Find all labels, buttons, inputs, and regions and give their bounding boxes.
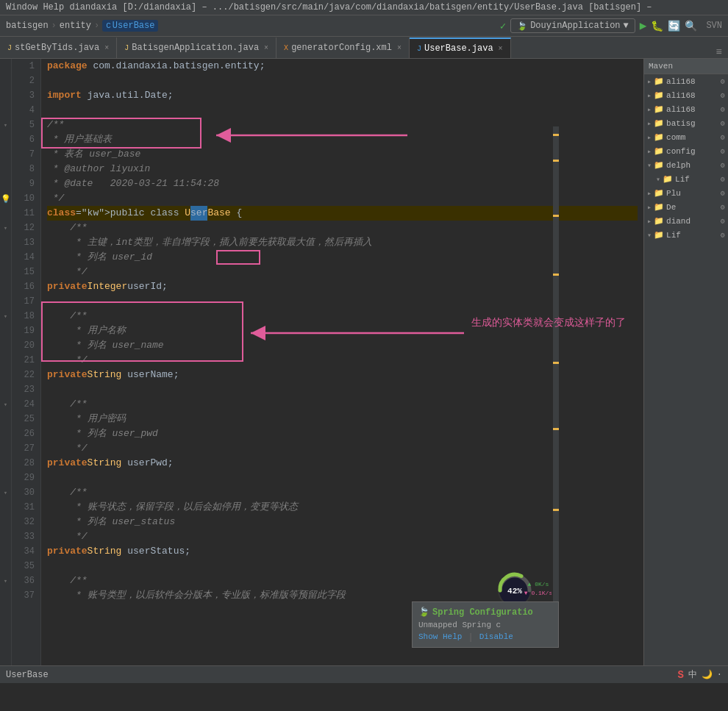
gear-icon-5[interactable]: ⚙: [721, 147, 725, 156]
gutter-cell-1: [0, 59, 11, 74]
tab-bar: J stGetByTids.java × J BatisgenApplicati…: [0, 37, 728, 59]
line-number-23: 23: [18, 382, 35, 397]
line-number-5: 5: [18, 118, 35, 132]
gear-icon-10[interactable]: ⚙: [721, 217, 725, 226]
title-text: Window Help diandaxia [D:/diandaxia] – .…: [6, 2, 652, 12]
svg-text:▲ 0K/s: ▲ 0K/s: [528, 581, 549, 587]
tab-generatorconfig[interactable]: X generatorConfig.xml ×: [276, 37, 410, 58]
profile-button[interactable]: 🔍: [685, 20, 697, 32]
spring-help-link[interactable]: Show Help: [418, 632, 462, 643]
gear-icon-3[interactable]: ⚙: [721, 119, 725, 128]
line-number-6: 6: [18, 132, 35, 147]
folder-icon-2: 📁: [654, 104, 664, 114]
sidebar-item-11[interactable]: ▾📁Lif⚙: [644, 228, 728, 242]
gear-icon-6[interactable]: ⚙: [721, 161, 725, 170]
maven-header[interactable]: Maven: [644, 59, 728, 74]
run-config-dropdown[interactable]: ▼: [624, 21, 629, 31]
sidebar-item-1[interactable]: ▸📁ali168⚙: [644, 88, 728, 102]
gutter-cell-5: ▾: [0, 118, 11, 132]
folder-icon-11: 📁: [654, 230, 664, 240]
sidebar-item-6[interactable]: ▾📁delph⚙: [644, 158, 728, 172]
status-icon-s: S: [677, 669, 683, 681]
line-number-33: 33: [18, 529, 35, 544]
svg-text:42%: 42%: [507, 587, 522, 596]
lightbulb-icon[interactable]: 💡: [1, 194, 11, 204]
sidebar-label-10: diand: [666, 217, 690, 226]
gutter-cell-8: [0, 162, 11, 176]
gutter-cell-21: [0, 353, 11, 368]
tab-close-2[interactable]: ×: [264, 44, 268, 52]
tab-close-1[interactable]: ×: [104, 44, 109, 52]
play-button[interactable]: ▶: [640, 18, 647, 33]
gear-icon-9[interactable]: ⚙: [721, 203, 725, 212]
line-number-36: 36: [18, 574, 35, 588]
tab-label-4: UserBase.java: [424, 43, 493, 54]
gear-icon-2[interactable]: ⚙: [721, 105, 725, 114]
sidebar-arrow-2: ▸: [647, 105, 652, 114]
gear-icon-1[interactable]: ⚙: [721, 91, 725, 100]
folder-icon-6: 📁: [654, 160, 664, 170]
svg-text:▼ 0.1K/s: ▼ 0.1K/s: [524, 590, 552, 596]
tab-userbase[interactable]: J UserBase.java ×: [410, 37, 511, 58]
tab-label-1: stGetByTids.java: [15, 43, 99, 53]
scroll-mark-0: [553, 134, 559, 136]
sidebar-item-10[interactable]: ▸📁diand⚙: [644, 214, 728, 228]
line-number-34: 34: [18, 544, 35, 559]
breadcrumb-item-3[interactable]: CUserBase: [102, 20, 158, 32]
coverage-button[interactable]: 🔄: [668, 20, 680, 32]
status-bar: UserBase S 中 🌙 ·: [0, 665, 728, 683]
folder-icon-10: 📁: [654, 216, 664, 226]
breadcrumb-item-1[interactable]: batisgen: [6, 21, 49, 31]
tab-more-button[interactable]: ≡: [710, 46, 728, 58]
sidebar-label-1: ali168: [666, 91, 696, 100]
gear-icon-0[interactable]: ⚙: [721, 77, 725, 86]
folder-icon-8: 📁: [654, 188, 664, 198]
code-line-7: * 表名 user_base: [47, 147, 638, 162]
tab-icon-4: J: [417, 45, 421, 53]
gutter-cell-9: [0, 176, 11, 191]
sidebar-item-7[interactable]: ▾📁Lif⚙: [644, 172, 728, 186]
tab-icon-1: J: [7, 44, 12, 52]
spring-disable-link[interactable]: Disable: [479, 632, 513, 643]
line-number-4: 4: [18, 103, 35, 118]
breadcrumb-sep-1: ›: [51, 21, 57, 31]
sidebar-arrow-1: ▸: [647, 91, 652, 100]
debug-button[interactable]: 🐛: [651, 20, 663, 32]
line-number-32: 32: [18, 515, 35, 529]
breadcrumb-item-2[interactable]: entity: [60, 21, 91, 31]
line-number-26: 26: [18, 426, 35, 441]
sidebar-item-4[interactable]: ▸📁comm⚙: [644, 130, 728, 144]
code-line-25: * 用户密码: [47, 412, 638, 426]
line-number-21: 21: [18, 353, 35, 368]
sidebar-item-0[interactable]: ▸📁ali168⚙: [644, 74, 728, 88]
sidebar-item-9[interactable]: ▸📁De⚙: [644, 200, 728, 214]
sidebar-arrow-9: ▸: [647, 203, 652, 212]
tab-close-4[interactable]: ×: [499, 45, 503, 53]
line-number-22: 22: [18, 368, 35, 382]
code-line-10: */: [47, 191, 638, 206]
sidebar-item-2[interactable]: ▸📁ali168⚙: [644, 102, 728, 116]
sidebar-item-8[interactable]: ▸📁Plu⚙: [644, 186, 728, 200]
gear-icon-7[interactable]: ⚙: [721, 175, 725, 184]
sidebar-item-3[interactable]: ▸📁batisg⚙: [644, 116, 728, 130]
sidebar-item-5[interactable]: ▸📁config⚙: [644, 144, 728, 158]
gear-icon-11[interactable]: ⚙: [721, 231, 725, 240]
spring-popup-title: 🍃 Spring Configuratio: [418, 607, 552, 618]
code-line-1: package com.diandaxia.batisgen.entity;: [47, 59, 638, 74]
code-line-13: * 主键，int类型，非自增字段，插入前要先获取最大值，然后再插入: [47, 235, 638, 250]
line-number-2: 2: [18, 74, 35, 88]
code-line-8: * @author liyuxin: [47, 162, 638, 176]
run-config[interactable]: 🍃 DouyinApplication ▼: [510, 18, 635, 33]
editor: ▾💡▾▾▾▾▾ 12345678910111213141516171819202…: [0, 59, 643, 665]
code-line-12: /**: [47, 221, 638, 235]
gear-icon-4[interactable]: ⚙: [721, 133, 725, 142]
folder-icon-7: 📁: [663, 174, 673, 184]
sidebar-label-4: comm: [666, 133, 685, 142]
tab-close-3[interactable]: ×: [397, 44, 402, 52]
scroll-mark-1: [553, 160, 559, 162]
code-line-3: import java.util.Date;: [47, 88, 638, 103]
tab-stgetbytids[interactable]: J stGetByTids.java ×: [0, 37, 117, 58]
scroll-mark-3: [553, 274, 559, 276]
tab-batisgenapplication[interactable]: J BatisgenApplication.java ×: [117, 37, 276, 58]
gear-icon-8[interactable]: ⚙: [721, 189, 725, 198]
